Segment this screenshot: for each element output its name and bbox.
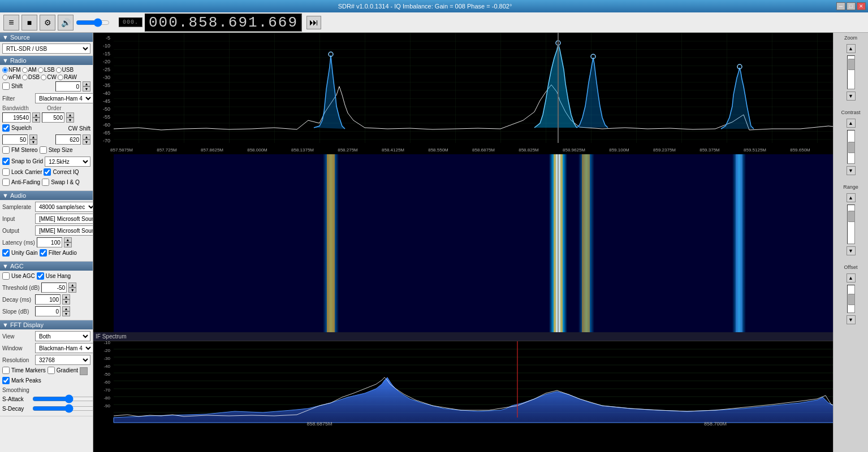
sattack-slider[interactable] (32, 395, 93, 403)
antifading-check[interactable]: Anti-Fading (2, 179, 40, 186)
window-select[interactable]: Blackman-Ham 4 (35, 343, 93, 353)
audio-header[interactable]: ▼ Audio (0, 191, 93, 200)
offset-thumb[interactable] (848, 294, 855, 305)
resolution-select[interactable]: 32768 (35, 355, 90, 365)
thresh-down[interactable]: ▼ (68, 288, 76, 293)
close-button[interactable]: ✕ (857, 2, 866, 10)
stepsize-check[interactable]: Step Size (40, 146, 73, 154)
maximize-button[interactable]: □ (847, 2, 856, 10)
device-select[interactable]: RTL-SDR / USB (2, 44, 90, 54)
useagc-check[interactable]: Use AGC (2, 272, 35, 280)
bw-up[interactable]: ▲ (32, 112, 40, 118)
markpeaks-check[interactable]: Mark Peaks (2, 377, 41, 384)
slope-up[interactable]: ▲ (62, 306, 70, 311)
zoom-down[interactable]: ▼ (847, 92, 856, 101)
agc-content: Use AGC Use Hang Threshold (dB) ▲ ▼ Deca… (0, 271, 93, 320)
fmstereo-check[interactable]: FM Stereo (2, 146, 38, 154)
lat-up[interactable]: ▲ (64, 237, 72, 242)
mode-wfm[interactable]: wFM (2, 74, 21, 80)
order-up[interactable]: ▲ (66, 112, 74, 118)
lock-check[interactable]: Lock Carrier (2, 168, 42, 176)
settings-button[interactable]: ⚙ (40, 15, 55, 31)
shift-up[interactable]: ▲ (83, 81, 90, 86)
mode-am[interactable]: AM (22, 67, 37, 73)
agc-header[interactable]: ▼ AGC (0, 262, 93, 271)
snap-check[interactable]: Snap to Grid (2, 158, 43, 165)
samplerate-select[interactable]: 48000 sample/sec (35, 202, 93, 212)
squelch-check[interactable]: Squelch (2, 124, 32, 132)
sq-down[interactable]: ▼ (29, 140, 37, 145)
zoom-track[interactable] (847, 55, 855, 89)
gradient-color-btn[interactable] (80, 367, 88, 375)
lat-down[interactable]: ▼ (64, 242, 72, 247)
zoom-thumb[interactable] (848, 59, 855, 70)
svg-text:858.825M: 858.825M (519, 147, 539, 153)
filter-select[interactable]: Blackman-Ham 4 (35, 93, 93, 103)
mode-cw[interactable]: CW (41, 74, 57, 80)
swapiq-check[interactable]: Swap I & Q (42, 179, 80, 186)
decay-up[interactable]: ▲ (62, 294, 70, 299)
range-up[interactable]: ▲ (847, 193, 856, 202)
shift-input[interactable] (55, 81, 81, 92)
usehang-check[interactable]: Use Hang (37, 272, 71, 280)
mode-nfm[interactable]: NFM (2, 67, 21, 73)
threshold-input[interactable] (41, 282, 67, 293)
mode-usb[interactable]: USB (56, 67, 74, 73)
contrast-track[interactable] (847, 130, 855, 164)
mode-dsb[interactable]: DSB (22, 74, 40, 80)
slope-input[interactable] (35, 306, 61, 316)
sq-up[interactable]: ▲ (29, 134, 37, 140)
menu-button[interactable]: ≡ (3, 15, 19, 31)
volume-button[interactable]: 🔊 (58, 15, 74, 31)
nav-button[interactable]: ⏭ (306, 16, 321, 29)
sdecay-slider[interactable] (32, 405, 93, 412)
shift-down[interactable]: ▼ (83, 86, 90, 92)
shift-check[interactable]: Shift (2, 82, 23, 90)
minimize-button[interactable]: ─ (836, 2, 845, 10)
decay-input[interactable] (35, 294, 61, 305)
offset-down[interactable]: ▼ (847, 315, 856, 324)
view-select[interactable]: Both (35, 331, 90, 341)
frequency-display[interactable]: 000.858.691.669 (145, 14, 302, 32)
latency-row: Latency (ms) ▲ ▼ (2, 237, 90, 247)
volume-slider[interactable] (76, 18, 110, 27)
resolution-label: Resolution (2, 357, 33, 363)
cw-down[interactable]: ▼ (83, 140, 90, 145)
latency-input[interactable] (37, 237, 62, 247)
slope-down[interactable]: ▼ (62, 311, 70, 316)
order-down[interactable]: ▼ (66, 118, 74, 123)
bandwidth-input[interactable] (2, 112, 31, 123)
mode-raw[interactable]: RAW (58, 74, 77, 80)
gradient-check[interactable]: Gradient (47, 367, 78, 374)
radio-header[interactable]: ▼ Radio (0, 56, 93, 65)
fft-display-header[interactable]: ▼ FFT Display (0, 320, 93, 329)
audio-output-select[interactable]: [MME] Microsoft Soun (35, 225, 93, 236)
unity-check[interactable]: Unity Gain (2, 249, 38, 257)
order-input[interactable] (42, 112, 64, 123)
offset-track[interactable] (847, 285, 855, 313)
squelch-input[interactable] (2, 134, 28, 145)
cwshift-input[interactable] (55, 134, 81, 145)
audio-input-select[interactable]: [MME] Microsoft Soun (35, 214, 93, 224)
range-thumb[interactable] (848, 211, 855, 222)
contrast-up[interactable]: ▲ (847, 119, 856, 128)
offset-up[interactable]: ▲ (847, 273, 856, 282)
decay-down[interactable]: ▼ (62, 299, 70, 305)
contrast-thumb[interactable] (848, 142, 855, 153)
timemarkers-check[interactable]: Time Markers (2, 367, 46, 374)
cw-up[interactable]: ▲ (83, 134, 90, 140)
mode-lsb[interactable]: LSB (38, 67, 55, 73)
filteraudio-check[interactable]: Filter Audio (40, 249, 77, 257)
zoom-up[interactable]: ▲ (847, 44, 856, 53)
stop-button[interactable]: ■ (21, 15, 37, 31)
lockcarrier-row: Lock Carrier Correct IQ (2, 168, 90, 177)
range-track[interactable] (847, 205, 855, 244)
thresh-up[interactable]: ▲ (68, 282, 76, 288)
snap-select[interactable]: 12.5kHz (45, 157, 90, 167)
range-down[interactable]: ▼ (847, 246, 856, 255)
source-header[interactable]: ▼ Source (0, 33, 93, 42)
correctiq-check[interactable]: Correct IQ (44, 168, 79, 176)
contrast-down[interactable]: ▼ (847, 166, 856, 175)
bw-down[interactable]: ▼ (32, 118, 40, 123)
svg-text:-20: -20 (103, 59, 110, 64)
